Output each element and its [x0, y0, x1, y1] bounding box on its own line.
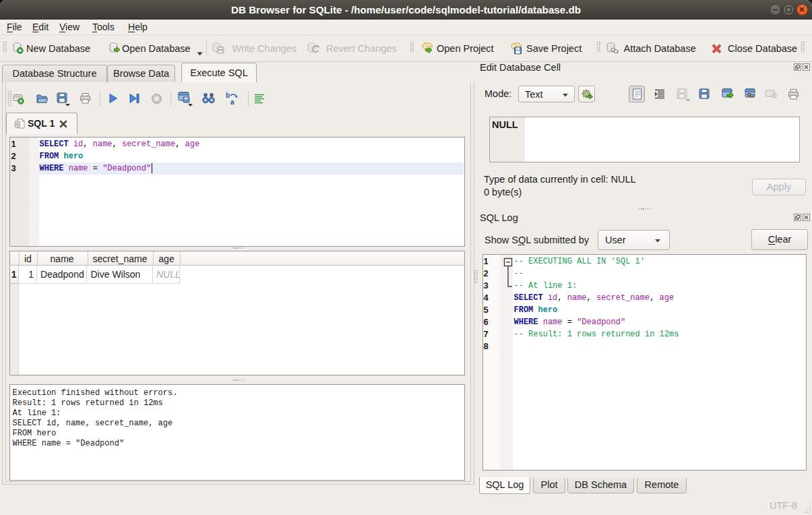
svg-text:b: b — [226, 92, 230, 99]
svg-text:a: a — [230, 98, 235, 105]
